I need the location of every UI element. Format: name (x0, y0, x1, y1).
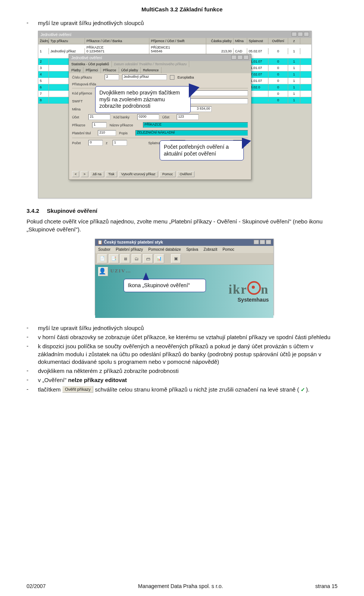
logo: ikrn (229, 280, 269, 297)
col-splat: Splatnost (247, 38, 268, 44)
logo-subtitle: Systemhaus (229, 297, 269, 303)
btn-prev[interactable]: < (72, 171, 79, 177)
menu-soubor[interactable]: Soubor (97, 247, 112, 252)
tool-icon[interactable]: ▣ (171, 254, 181, 263)
screenshot-menu-window: 📋 Český tuzemský platební styk Soubor Pl… (95, 239, 274, 315)
footer-date: 02/2007 (27, 583, 46, 589)
tab-ucel[interactable]: Účel platby (119, 67, 141, 73)
menubar: Soubor Platební příkazy Pomocné databáze… (95, 246, 273, 253)
screenshot-table-window: Jednotlivé ověření Žádný Typ příkazu Pří… (38, 31, 312, 198)
tab-stat[interactable]: Statistika - Účet poplatků (69, 61, 112, 67)
fld-cislo[interactable]: 2 (105, 74, 119, 80)
table-header: Žádný Typ příkazu Příkazce / Účet / Bank… (38, 38, 311, 44)
fld-pt[interactable]: 210 (98, 130, 116, 136)
fld-prik[interactable]: 1 (92, 122, 107, 128)
menu-prikazy[interactable]: Platební příkazy (114, 247, 144, 252)
outer-titlebar: Jednotlivé ověření (38, 31, 311, 38)
group-verify-icon[interactable]: 📑 (109, 254, 119, 263)
tab-datum[interactable]: Datum odeslání Trvalého / Termínového př… (112, 61, 190, 67)
fld-np[interactable]: PŘÍKAZCE (143, 122, 248, 128)
bullet: - v „Ověření" nelze příkazy editovat (27, 376, 337, 384)
tool-icon[interactable]: 📄 (97, 254, 107, 263)
btn-verify[interactable]: Ověření (177, 171, 195, 177)
tab-platby[interactable]: Platby (69, 67, 83, 73)
lbl-kb: Kód banky (113, 115, 134, 119)
window-controls (291, 32, 309, 37)
col-z: z (288, 38, 300, 44)
lbl-pt: Platební titul (72, 131, 95, 135)
fld-popis[interactable]: ŽELEZNIČNÍ NÁKLADNÍ (135, 130, 248, 136)
menu-zobrazit[interactable]: Zobrazit (202, 247, 219, 252)
section-title: Skupinové ověření (47, 208, 97, 214)
menu-pomoc[interactable]: Pomoc (221, 247, 236, 252)
btn-help[interactable]: Pomoc (160, 171, 176, 177)
menu-db[interactable]: Pomocné databáze (147, 247, 182, 252)
tool-icon[interactable]: 🖥 (120, 254, 130, 263)
bold-nelze: nelze příkazy editovat (68, 377, 127, 383)
btn-template[interactable]: Vytvořit vzorový příkaz (119, 171, 158, 177)
logo-at-icon (247, 281, 261, 295)
callout-doubleclick: Dvojklikem nebo pravým tlačítkem myši na… (95, 86, 191, 113)
chk-euro[interactable] (170, 75, 174, 80)
ss2-title: Český tuzemský platební styk (104, 240, 163, 244)
section-number: 3.4.2 (27, 208, 39, 214)
inner-titlebar: Jednotlivé ověření (69, 54, 251, 61)
fld-z[interactable]: 1 (113, 140, 127, 146)
btn-print[interactable]: Tisk (106, 171, 117, 177)
bullet-text: myší lze upravit šířku jednotlivých slou… (38, 19, 337, 27)
lbl-trida: Přístupová třída (72, 82, 102, 86)
bullet: - k dispozici jsou políčka se součty ově… (27, 343, 337, 366)
section-para: Pokud chcete ověřit více příkazů najedno… (27, 218, 337, 233)
lbl-popis: Popis (119, 131, 132, 135)
fld-pocet[interactable]: 0 (88, 140, 103, 146)
col-castka: Částka platby (206, 38, 234, 44)
inner-tabrow-1: Statistika - Účet poplatků Datum odeslán… (69, 61, 251, 67)
checkmark-icon (301, 387, 306, 392)
btn-next[interactable]: > (81, 171, 88, 177)
footer-page: strana 15 (315, 583, 337, 589)
inner-detail-window: Jednotlivé ověření Statistika - Účet pop… (69, 54, 251, 180)
lbl-np: Název příkazce (110, 123, 140, 127)
outer-title: Jednotlivé ověření (41, 33, 71, 37)
bullet: - myší lze upravit šířku jednotlivých sl… (27, 324, 337, 332)
fld-ucet[interactable]: 21 (88, 114, 110, 120)
footer-org: Management Data Praha spol. s r.o. (138, 583, 223, 589)
lbl-prik: Příkazce (72, 123, 89, 127)
lbl-ucet: Účet (72, 115, 85, 119)
user-name: UZIV… (110, 268, 132, 274)
verify-button-inline[interactable]: Ověřit příkazy (62, 386, 93, 393)
col-typ: Typ příkazu (49, 38, 85, 44)
callout-count: Počet potřebných ověření a aktuální poče… (160, 140, 244, 160)
tab-prijemci[interactable]: Příjemci (83, 67, 101, 73)
callout-icon: Ikona „Skupinové ověření" (124, 279, 206, 292)
btn-goto[interactable]: Jdi na (90, 171, 104, 177)
col-zadny: Žádný (38, 38, 49, 44)
lbl-cislo: Číslo příkazu (72, 75, 102, 79)
tab-prikazce[interactable]: Příkazce (101, 67, 119, 73)
lbl-z: z (106, 141, 110, 145)
page-footer: 02/2007 Management Data Praha spol. s r.… (27, 583, 337, 589)
col-mena: Měna (234, 38, 247, 44)
lbl-ucet2: Účet (162, 115, 174, 119)
tool-icon[interactable]: 🗂 (132, 254, 141, 263)
tool-icon[interactable]: 🗃 (143, 254, 153, 263)
lbl-pocet: Počet (72, 141, 85, 145)
inner-buttonbar: < > Jdi na Tisk Vytvořit vzorový příkaz … (69, 171, 251, 177)
lbl-mena: Měna (72, 107, 95, 111)
user-avatar-icon[interactable]: 👤 (98, 267, 108, 276)
col-prikazce: Příkazce / Účet / Banka (85, 38, 149, 44)
document-header: MultiCash 3.2 Základní funkce (27, 6, 337, 13)
fld-ucet2[interactable]: 123 (177, 114, 199, 120)
toolbar: 📄 📑 🖥 🗂 🗃 📊 ▣ (95, 253, 273, 265)
section-heading: 3.4.2 Skupinové ověření (27, 208, 337, 214)
tab-ref[interactable]: Reference (141, 67, 162, 73)
dash: - (27, 19, 30, 27)
menu-sprava[interactable]: Správa (185, 247, 200, 252)
fld-kb[interactable]: 0200 (137, 114, 159, 120)
inner-title: Jednotlivé ověření (71, 56, 102, 60)
inner-tabrow-2: Platby Příjemci Příkazce Účel platby Ref… (69, 67, 251, 73)
lbl-euro: Europlatba (177, 75, 194, 79)
tool-icon[interactable]: 📊 (154, 254, 164, 263)
lbl-kod: Kód příjemce (72, 91, 95, 95)
fld-typ[interactable]: Jednotlivý příkaz (122, 74, 167, 80)
